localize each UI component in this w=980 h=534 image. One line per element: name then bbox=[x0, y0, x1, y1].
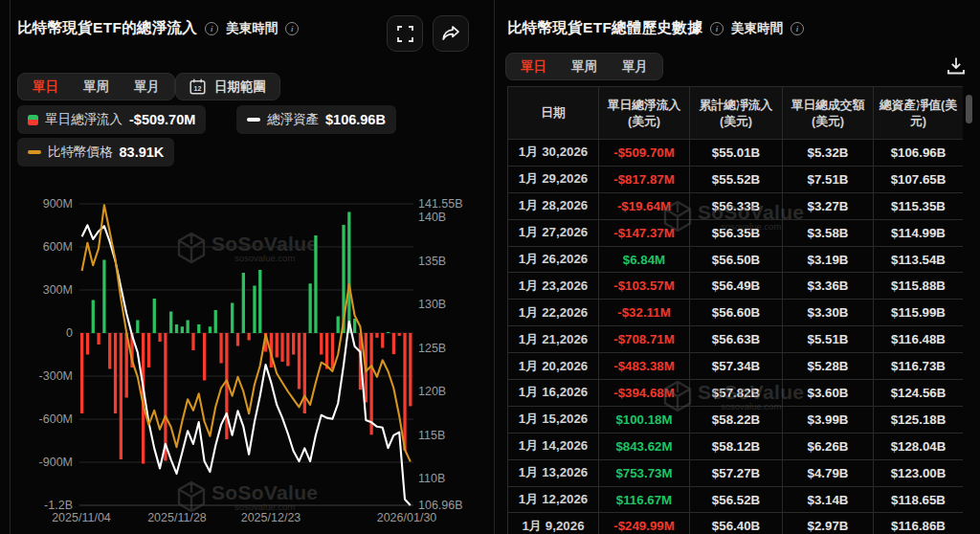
inflow-bar[interactable] bbox=[203, 333, 206, 381]
tab-monthly[interactable]: 單月 bbox=[622, 58, 648, 76]
inflow-bar[interactable] bbox=[253, 286, 256, 334]
inflow-bar[interactable] bbox=[375, 333, 378, 338]
inflow-bar[interactable] bbox=[147, 333, 150, 367]
inflow-bar[interactable] bbox=[175, 324, 178, 333]
inflow-bar[interactable] bbox=[181, 326, 184, 333]
inflow-bar[interactable] bbox=[276, 333, 278, 358]
inflow-bar[interactable] bbox=[258, 270, 261, 333]
inflow-bar[interactable] bbox=[320, 333, 323, 355]
inflow-bar[interactable] bbox=[292, 333, 295, 355]
inflow-bar[interactable] bbox=[97, 333, 100, 345]
svg-text:12: 12 bbox=[194, 85, 202, 92]
inflow-bar[interactable] bbox=[108, 333, 111, 369]
inflow-bar[interactable] bbox=[381, 333, 384, 348]
inflow-bar[interactable] bbox=[86, 333, 89, 355]
cell-value: $4.79B bbox=[783, 459, 874, 486]
inflow-bar[interactable] bbox=[187, 321, 189, 334]
legend-btc-price[interactable]: 比特幣價格 83.91K bbox=[17, 138, 174, 167]
inflow-bar[interactable] bbox=[403, 333, 406, 451]
col-daily-volume: 單日總成交額(美元) bbox=[783, 87, 874, 140]
table-scrollbar[interactable] bbox=[966, 95, 972, 123]
cell-value: $56.50B bbox=[690, 246, 783, 273]
inflow-bar[interactable] bbox=[114, 333, 117, 413]
inflow-bar[interactable] bbox=[236, 333, 239, 346]
inflow-bar[interactable] bbox=[303, 333, 306, 413]
cell-value: $56.35B bbox=[690, 219, 783, 246]
inflow-bar[interactable] bbox=[169, 312, 172, 334]
info-icon[interactable]: i bbox=[205, 22, 218, 35]
inflow-bar[interactable] bbox=[280, 333, 283, 362]
fullscreen-button[interactable] bbox=[387, 15, 423, 52]
inflow-bar[interactable] bbox=[325, 333, 328, 369]
tab-weekly[interactable]: 單周 bbox=[571, 58, 597, 76]
x-axis-tick-label: 2026/01/30 bbox=[377, 511, 437, 524]
inflow-bar[interactable] bbox=[197, 324, 200, 333]
inflow-bar[interactable] bbox=[337, 316, 340, 333]
cell-value: $124.56B bbox=[874, 380, 964, 407]
history-table: 日期 單日總淨流入(美元) 累計總凈流入(美元) 單日總成交額(美元) 總資產凈… bbox=[507, 86, 963, 534]
inflow-bar[interactable] bbox=[214, 310, 217, 333]
inflow-bar[interactable] bbox=[409, 333, 412, 406]
inflow-bar[interactable] bbox=[242, 273, 245, 333]
inflow-bar[interactable] bbox=[191, 333, 194, 350]
inflow-bar[interactable] bbox=[347, 211, 350, 333]
cell-date: 1月 26,2026 bbox=[508, 246, 599, 273]
inflow-bar[interactable] bbox=[231, 303, 234, 334]
info-icon[interactable]: i bbox=[285, 22, 299, 35]
cell-date: 1月 29,2026 bbox=[508, 166, 599, 192]
inflow-bar[interactable] bbox=[398, 333, 401, 336]
inflow-bar[interactable] bbox=[120, 333, 122, 459]
share-button[interactable] bbox=[433, 15, 469, 52]
inflow-bar[interactable] bbox=[308, 283, 311, 333]
legend-total-assets[interactable]: 總淨資產 $106.96B bbox=[236, 105, 396, 134]
tab-weekly[interactable]: 單周 bbox=[83, 78, 109, 96]
cell-value: $115.35B bbox=[874, 192, 964, 219]
tab-daily[interactable]: 單日 bbox=[33, 78, 58, 96]
inflow-bar[interactable] bbox=[92, 300, 95, 334]
etf-dashboard: 比特幣現貨ETF的總淨流入 i 美東時間 i 單日 單周 單月 12 日期範圍 … bbox=[0, 0, 980, 534]
inflow-bar[interactable] bbox=[387, 332, 390, 333]
inflow-bar[interactable] bbox=[392, 333, 395, 354]
inflow-bar[interactable] bbox=[369, 333, 372, 434]
info-icon[interactable]: i bbox=[710, 22, 724, 35]
date-range-button[interactable]: 12 日期範圍 bbox=[175, 73, 280, 100]
inflow-bar[interactable] bbox=[248, 333, 251, 341]
inflow-bar[interactable] bbox=[153, 299, 156, 333]
legend-value: 83.91K bbox=[120, 145, 165, 160]
right-axis-tick-label: 120B bbox=[418, 385, 446, 398]
download-button[interactable] bbox=[946, 56, 967, 80]
inflow-bar[interactable] bbox=[314, 235, 317, 333]
inflow-bar[interactable] bbox=[353, 319, 356, 333]
inflow-bar[interactable] bbox=[164, 333, 167, 461]
x-axis-tick-label: 2025/11/04 bbox=[52, 511, 111, 524]
inflow-bar[interactable] bbox=[219, 333, 222, 364]
panel-divider bbox=[494, 0, 495, 534]
cell-value: $57.82B bbox=[690, 380, 783, 407]
cell-value: -$249.99M bbox=[599, 513, 690, 534]
inflow-bar[interactable] bbox=[209, 326, 212, 333]
inflow-bar[interactable] bbox=[80, 333, 83, 413]
download-icon bbox=[946, 56, 967, 77]
cell-date: 1月 14,2026 bbox=[508, 433, 599, 459]
right-axis-tick-label: 110B bbox=[418, 472, 445, 485]
inflow-bar[interactable] bbox=[102, 260, 105, 334]
cell-value: $115.99B bbox=[874, 300, 964, 326]
inflow-bar[interactable] bbox=[298, 333, 301, 389]
right-panel-header: 比特幣現貨ETF總體歷史數據 i 美東時間 i bbox=[507, 18, 804, 38]
table-row: 1月 28,2026-$19.64M$56.33B$3.27B$115.35B bbox=[508, 192, 964, 219]
timezone-label: 美東時間 bbox=[731, 20, 783, 37]
legend-daily-inflow[interactable]: 單日總淨流入 -$509.70M bbox=[17, 105, 206, 134]
cell-value: $7.51B bbox=[783, 166, 874, 192]
inflow-bar[interactable] bbox=[136, 321, 139, 334]
cell-value: $118.65B bbox=[874, 486, 964, 513]
info-icon[interactable]: i bbox=[791, 22, 804, 35]
etf-flow-chart[interactable]: 900M600M300M0-300M-600M-900M-1.2B141.55B… bbox=[0, 170, 490, 534]
cell-value: $56.52B bbox=[690, 486, 783, 513]
inflow-bar[interactable] bbox=[158, 333, 161, 342]
tab-monthly[interactable]: 單月 bbox=[134, 78, 160, 96]
inflow-bar[interactable] bbox=[331, 333, 334, 368]
inflow-bar[interactable] bbox=[286, 333, 289, 367]
cell-value: -$708.71M bbox=[599, 326, 690, 353]
tab-daily[interactable]: 單日 bbox=[521, 58, 546, 76]
x-axis-tick-label: 2025/11/28 bbox=[147, 511, 207, 524]
